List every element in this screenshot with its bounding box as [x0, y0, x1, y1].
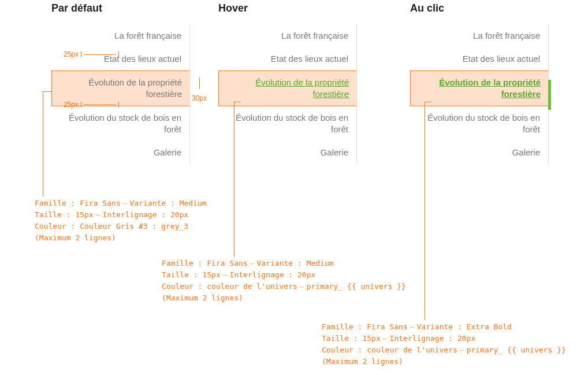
- measure-top: 25px: [64, 49, 119, 60]
- menu-item-label: Évolution du stock de bois en forêt: [427, 113, 540, 134]
- spec-default: Famille : Fira Sans—Variante : Medium Ta…: [35, 198, 207, 244]
- menu-item-evolution-stock[interactable]: Évolution du stock de bois en forêt: [218, 106, 356, 141]
- menu-item-galerie[interactable]: Galerie: [51, 141, 189, 164]
- menu-click: La forêt française Etat des lieux actuel…: [410, 24, 549, 164]
- menu-item-evolution-stock[interactable]: Évolution du stock de bois en forêt: [410, 106, 548, 141]
- state-title-click: Au clic: [410, 2, 588, 14]
- menu-item-foret[interactable]: La forêt française: [218, 24, 356, 47]
- menu-item-label: Galerie: [512, 147, 540, 157]
- state-title-default: Par défaut: [51, 2, 207, 14]
- state-title-hover: Hover: [218, 2, 396, 14]
- menu-item-label: La forêt française: [281, 31, 348, 40]
- leader-line: [425, 102, 431, 102]
- menu-item-label: Etat des lieux actuel: [271, 54, 348, 64]
- menu-item-label: La forêt française: [114, 31, 181, 40]
- menu-item-evolution-propriete[interactable]: Évolution de la propriété forestière: [410, 70, 548, 106]
- menu-item-foret[interactable]: La forêt française: [51, 24, 189, 47]
- menu-item-etat[interactable]: Etat des lieux actuel: [410, 47, 548, 70]
- leader-line: [43, 91, 52, 92]
- menu-item-galerie[interactable]: Galerie: [218, 141, 356, 164]
- menu-item-label: Galerie: [321, 147, 348, 157]
- menu-item-label: Évolution de la propriété forestière: [255, 77, 349, 99]
- active-indicator: [548, 80, 551, 110]
- measure-bottom: 25px: [64, 99, 119, 110]
- measure-label: 30px: [192, 92, 207, 104]
- leader-line: [234, 102, 241, 102]
- menu-item-label: Évolution du stock de bois en forêt: [236, 113, 348, 134]
- menu-item-evolution-stock[interactable]: Évolution du stock de bois en forêt: [51, 106, 189, 141]
- menu-item-label: Évolution de la propriété forestière: [439, 77, 541, 99]
- measure-right: 30px: [192, 77, 207, 104]
- menu-hover: La forêt française Etat des lieux actuel…: [218, 24, 357, 164]
- leader-line: [425, 102, 425, 320]
- menu-item-label: Etat des lieux actuel: [463, 54, 540, 64]
- leader-line: [234, 102, 235, 257]
- menu-item-etat[interactable]: Etat des lieux actuel: [218, 47, 356, 70]
- spec-hover: Famille : Fira Sans—Variante : Medium Ta…: [162, 258, 406, 304]
- menu-item-label: Évolution de la propriété forestière: [88, 77, 182, 99]
- measure-label: 25px: [64, 49, 79, 60]
- spec-click: Famille : Fira Sans—Variante : Extra Bol…: [322, 321, 566, 367]
- menu-item-foret[interactable]: La forêt française: [410, 24, 548, 47]
- leader-line: [43, 91, 43, 196]
- measure-label: 25px: [64, 99, 79, 110]
- menu-item-label: La forêt française: [473, 31, 540, 40]
- menu-item-label: Galerie: [154, 147, 181, 157]
- menu-default: La forêt française Etat des lieux actuel…: [51, 24, 190, 164]
- menu-item-label: Évolution du stock de bois en forêt: [69, 113, 181, 134]
- menu-item-evolution-propriete[interactable]: Évolution de la propriété forestière: [218, 70, 356, 106]
- menu-item-galerie[interactable]: Galerie: [410, 141, 548, 164]
